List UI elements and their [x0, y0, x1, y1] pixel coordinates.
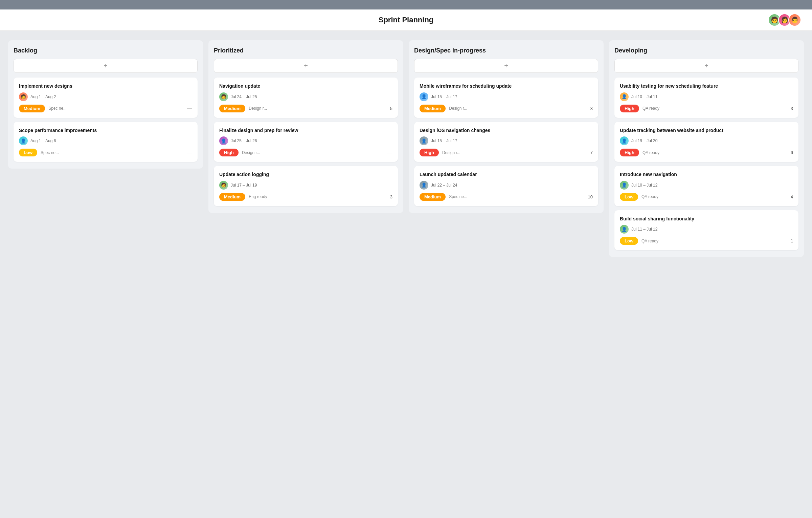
card-meta: 👤Aug 1 – Aug 6 — [19, 136, 192, 145]
card-card-5[interactable]: Update action logging🧑Jul 17 – Jul 19Med… — [214, 166, 398, 206]
card-title: Update tracking between website and prod… — [620, 127, 793, 134]
card-date: Aug 1 – Aug 2 — [30, 94, 56, 99]
add-card-button-developing[interactable]: + — [614, 59, 798, 73]
card-date: Aug 1 – Aug 6 — [30, 138, 56, 143]
card-label: QA ready — [642, 106, 659, 111]
card-divider-icon: — — [187, 105, 192, 111]
card-count: 7 — [590, 150, 593, 155]
card-label: Design r... — [249, 106, 267, 111]
card-count: 3 — [590, 106, 593, 111]
priority-badge: High — [620, 149, 639, 156]
card-avatar: 👤 — [420, 92, 428, 101]
card-label: Design r... — [242, 150, 260, 155]
card-label: Design r... — [442, 150, 460, 155]
priority-badge: Medium — [219, 105, 245, 112]
card-label: Spec ne... — [48, 106, 67, 111]
add-card-button-design-spec[interactable]: + — [414, 59, 598, 73]
card-card-4[interactable]: Finalize design and prep for review👤Jul … — [214, 122, 398, 162]
card-date: Jul 15 – Jul 17 — [431, 94, 457, 99]
card-card-2[interactable]: Scope performance improvements👤Aug 1 – A… — [14, 122, 198, 162]
column-prioritized: Prioritized+Navigation update🧑Jul 24 – J… — [208, 40, 403, 213]
card-footer: MediumEng ready3 — [219, 193, 392, 201]
card-footer: LowQA ready4 — [620, 193, 793, 201]
card-title: Update action logging — [219, 171, 392, 178]
card-footer: HighDesign r...— — [219, 149, 392, 156]
header: Sprint Planning 🧑 👩 👨 — [0, 9, 812, 31]
card-meta: 👤Jul 10 – Jul 12 — [620, 181, 793, 190]
card-meta: 👤Jul 11 – Jul 12 — [620, 225, 793, 234]
card-count: 10 — [588, 194, 593, 199]
card-avatar: 👤 — [620, 181, 629, 190]
column-backlog: Backlog+Implement new designs🧑Aug 1 – Au… — [8, 40, 203, 169]
add-card-button-backlog[interactable]: + — [14, 59, 198, 73]
priority-badge: High — [219, 149, 239, 156]
card-meta: 🧑Aug 1 – Aug 2 — [19, 92, 192, 101]
column-header-prioritized: Prioritized — [214, 47, 398, 54]
card-label: QA ready — [642, 150, 659, 155]
column-header-backlog: Backlog — [14, 47, 198, 54]
card-meta: 👤Jul 10 – Jul 11 — [620, 92, 793, 101]
card-meta: 👤Jul 15 – Jul 17 — [420, 136, 593, 145]
card-label: Design r... — [449, 106, 467, 111]
card-date: Jul 15 – Jul 17 — [431, 138, 457, 143]
card-card-11[interactable]: Introduce new navigation👤Jul 10 – Jul 12… — [614, 166, 798, 206]
card-date: Jul 17 – Jul 19 — [231, 183, 257, 188]
card-footer: LowQA ready1 — [620, 237, 793, 245]
card-avatar: 👤 — [420, 136, 428, 145]
card-count: 6 — [791, 150, 793, 155]
card-avatar: 👤 — [620, 136, 629, 145]
column-design-spec: Design/Spec in-progress+Mobile wireframe… — [409, 40, 604, 213]
page-title: Sprint Planning — [379, 16, 434, 24]
card-count: 4 — [791, 194, 793, 199]
card-meta: 👤Jul 25 – Jul 26 — [219, 136, 392, 145]
card-title: Mobile wireframes for scheduling update — [420, 83, 593, 90]
card-card-8[interactable]: Launch updated calendar👤Jul 22 – Jul 24M… — [414, 166, 598, 206]
card-title: Navigation update — [219, 83, 392, 90]
card-card-10[interactable]: Update tracking between website and prod… — [614, 122, 798, 162]
priority-badge: Medium — [420, 105, 446, 112]
card-card-3[interactable]: Navigation update🧑Jul 24 – Jul 25MediumD… — [214, 78, 398, 118]
card-card-1[interactable]: Implement new designs🧑Aug 1 – Aug 2Mediu… — [14, 78, 198, 118]
card-date: Jul 24 – Jul 25 — [231, 94, 257, 99]
card-label: Eng ready — [249, 194, 267, 199]
card-meta: 👤Jul 15 – Jul 17 — [420, 92, 593, 101]
card-avatar: 👤 — [620, 92, 629, 101]
board: Backlog+Implement new designs🧑Aug 1 – Au… — [0, 31, 812, 266]
card-date: Jul 22 – Jul 24 — [431, 183, 457, 188]
card-meta: 👤Jul 22 – Jul 24 — [420, 181, 593, 190]
card-title: Build social sharing functionality — [620, 216, 793, 222]
card-footer: HighDesign r...7 — [420, 149, 593, 156]
card-card-12[interactable]: Build social sharing functionality👤Jul 1… — [614, 210, 798, 251]
card-footer: MediumDesign r...3 — [420, 105, 593, 112]
card-divider-icon: — — [187, 150, 192, 156]
card-footer: MediumDesign r...5 — [219, 105, 392, 112]
card-title: Finalize design and prep for review — [219, 127, 392, 134]
avatar-3[interactable]: 👨 — [788, 14, 801, 26]
card-title: Scope performance improvements — [19, 127, 192, 134]
priority-badge: High — [420, 149, 439, 156]
card-meta: 🧑Jul 17 – Jul 19 — [219, 181, 392, 190]
priority-badge: High — [620, 105, 639, 112]
card-label: QA ready — [641, 239, 658, 243]
card-avatar: 🧑 — [19, 92, 28, 101]
priority-badge: Low — [620, 193, 638, 201]
card-avatar: 👤 — [620, 225, 629, 234]
card-avatar: 👤 — [19, 136, 28, 145]
card-title: Introduce new navigation — [620, 171, 793, 178]
column-header-design-spec: Design/Spec in-progress — [414, 47, 598, 54]
card-title: Design iOS navigation changes — [420, 127, 593, 134]
card-card-7[interactable]: Design iOS navigation changes👤Jul 15 – J… — [414, 122, 598, 162]
card-count: 5 — [390, 106, 392, 111]
card-card-6[interactable]: Mobile wireframes for scheduling update👤… — [414, 78, 598, 118]
top-bar — [0, 0, 812, 9]
priority-badge: Medium — [219, 193, 245, 201]
card-title: Launch updated calendar — [420, 171, 593, 178]
card-label: Spec ne... — [41, 150, 59, 155]
card-date: Jul 10 – Jul 12 — [631, 183, 657, 188]
card-footer: LowSpec ne...— — [19, 149, 192, 156]
add-card-button-prioritized[interactable]: + — [214, 59, 398, 73]
card-label: QA ready — [641, 194, 658, 199]
card-footer: MediumSpec ne...— — [19, 105, 192, 112]
card-title: Usability testing for new scheduling fea… — [620, 83, 793, 90]
card-card-9[interactable]: Usability testing for new scheduling fea… — [614, 78, 798, 118]
